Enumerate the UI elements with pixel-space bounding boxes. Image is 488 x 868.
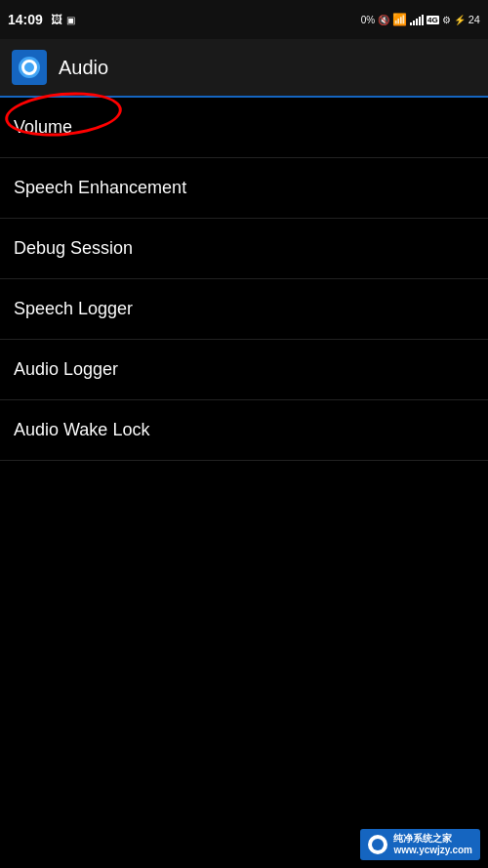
- menu-item-speech-enhancement[interactable]: Speech Enhancement: [0, 158, 488, 219]
- menu-item-audio-logger[interactable]: Audio Logger: [0, 340, 488, 400]
- app-title: Audio: [59, 57, 108, 79]
- signal-bars: [410, 14, 424, 25]
- status-bar: 14:09 🖼 ▣ 0% 🔇 📶 4G ⚙ ⚡ 24: [0, 0, 488, 39]
- watermark: 纯净系统之家 www.ycwjzy.com: [360, 829, 480, 860]
- lte-badge: 4G: [427, 16, 439, 24]
- menu-item-speech-logger[interactable]: Speech Logger: [0, 279, 488, 340]
- watermark-icon-inner: [372, 839, 384, 850]
- watermark-line1: 纯净系统之家: [393, 833, 472, 845]
- app-header: Audio: [0, 39, 488, 98]
- wifi-icon: 📶: [392, 13, 407, 26]
- menu-item-label-speech-enhancement: Speech Enhancement: [14, 178, 186, 197]
- settings-icon: ⚙: [442, 15, 451, 25]
- watermark-line2: www.ycwjzy.com: [393, 845, 472, 856]
- menu-item-label-audio-logger: Audio Logger: [14, 359, 118, 379]
- watermark-text: 纯净系统之家 www.ycwjzy.com: [393, 833, 472, 856]
- menu-item-debug-session[interactable]: Debug Session: [0, 219, 488, 279]
- menu-item-audio-wake-lock[interactable]: Audio Wake Lock: [0, 400, 488, 461]
- menu-item-volume[interactable]: Volume: [0, 98, 488, 158]
- battery-level: 24: [468, 14, 480, 25]
- charging-icon: ⚡: [454, 15, 466, 25]
- menu-item-label-speech-logger: Speech Logger: [14, 299, 133, 318]
- menu-item-label-audio-wake-lock: Audio Wake Lock: [14, 420, 149, 439]
- menu-item-label-debug-session: Debug Session: [14, 238, 133, 258]
- app-icon-graphic: [19, 57, 40, 78]
- image-icon: 🖼: [51, 13, 62, 26]
- sim-icon: ▣: [66, 15, 75, 25]
- menu-item-label-volume: Volume: [14, 117, 72, 137]
- status-bar-right: 0% 🔇 📶 4G ⚙ ⚡ 24: [361, 13, 480, 26]
- app-icon: [12, 50, 47, 85]
- status-bar-left: 14:09 🖼 ▣: [8, 12, 75, 27]
- data-usage: 0%: [361, 15, 375, 25]
- menu-list: Volume Speech Enhancement Debug Session …: [0, 98, 488, 461]
- mute-icon: 🔇: [378, 15, 389, 25]
- status-time: 14:09: [8, 12, 43, 27]
- watermark-icon: [368, 835, 387, 854]
